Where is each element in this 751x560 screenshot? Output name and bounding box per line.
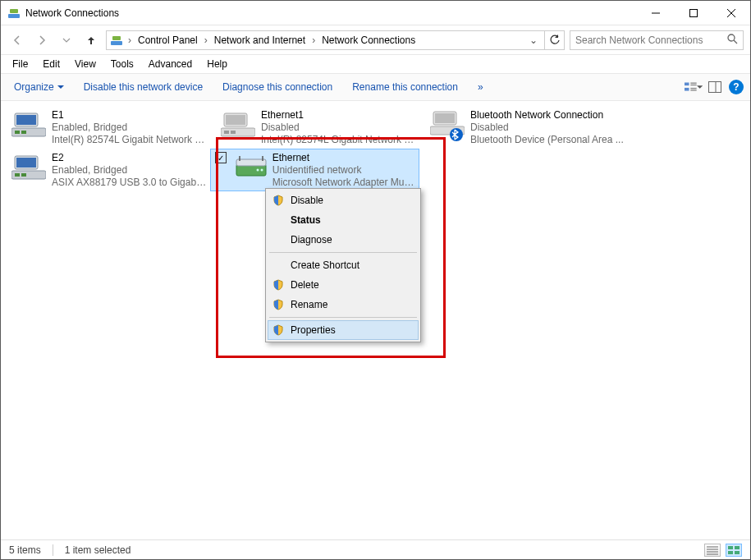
- svg-point-8: [728, 34, 735, 41]
- ctx-label: Create Shortcut: [291, 259, 359, 271]
- connection-device: ASIX AX88179 USB 3.0 to Gigabit E...: [52, 177, 207, 189]
- menu-edit[interactable]: Edit: [36, 57, 66, 71]
- svg-line-9: [734, 40, 737, 44]
- app-icon: [7, 7, 21, 20]
- svg-rect-13: [685, 88, 689, 91]
- connection-item-e1[interactable]: E1 Enabled, Bridged Intel(R) 82574L Giga…: [1, 106, 210, 149]
- svg-rect-36: [21, 173, 26, 177]
- svg-rect-26: [224, 131, 229, 134]
- svg-point-42: [256, 169, 259, 172]
- selection-count: 1 item selected: [65, 544, 131, 556]
- connection-item-ethernet1[interactable]: Ethernet1 Disabled Intel(R) 82574L Gigab…: [210, 106, 419, 149]
- connection-item-e2[interactable]: E2 Enabled, Bridged ASIX AX88179 USB 3.0…: [1, 149, 210, 191]
- content-area: E1 Enabled, Bridged Intel(R) 82574L Giga…: [1, 101, 750, 539]
- navigation-bar: › Control Panel › Network and Internet ›…: [1, 25, 750, 55]
- ctx-properties[interactable]: Properties: [268, 320, 419, 340]
- shield-icon: [271, 297, 286, 312]
- connection-item-ethernet[interactable]: ✓ Ethernet Unidentified network Microsof…: [210, 149, 419, 191]
- chevron-right-icon[interactable]: ›: [203, 34, 209, 46]
- titlebar: Network Connections: [1, 1, 750, 25]
- ctx-label: Diagnose: [291, 234, 332, 246]
- breadcrumb-item[interactable]: Control Panel: [135, 34, 201, 46]
- connection-name: Ethernet1: [261, 109, 416, 122]
- ctx-status[interactable]: Status: [268, 210, 419, 230]
- details-view-button[interactable]: [704, 544, 721, 557]
- ctx-disable[interactable]: Disable: [268, 190, 419, 210]
- ctx-diagnose[interactable]: Diagnose: [268, 230, 419, 250]
- selection-checkbox[interactable]: ✓: [215, 152, 227, 163]
- menu-file[interactable]: File: [6, 57, 34, 71]
- network-adapter-icon: [11, 108, 47, 144]
- connection-list: E1 Enabled, Bridged Intel(R) 82574L Giga…: [1, 106, 750, 191]
- breadcrumb-dropdown[interactable]: ⌄: [526, 34, 541, 46]
- search-input[interactable]: Search Network Connections: [570, 30, 744, 50]
- window-controls: [637, 1, 750, 25]
- connection-status: Enabled, Bridged: [52, 164, 207, 177]
- ctx-create-shortcut[interactable]: Create Shortcut: [268, 255, 419, 275]
- connection-name: E1: [52, 109, 207, 122]
- ctx-label: Disable: [291, 195, 323, 206]
- divider: [53, 544, 53, 556]
- breadcrumb-item[interactable]: Network Connections: [318, 34, 419, 46]
- view-options-button[interactable]: [685, 78, 703, 96]
- svg-rect-10: [685, 82, 689, 85]
- svg-rect-50: [735, 551, 740, 554]
- network-adapter-icon: [11, 150, 47, 186]
- organize-button[interactable]: Organize: [6, 78, 72, 96]
- menu-tools[interactable]: Tools: [104, 57, 140, 71]
- ctx-label: Properties: [291, 324, 336, 336]
- network-adapter-icon: [220, 108, 256, 144]
- window-title: Network Connections: [25, 7, 637, 19]
- minimize-button[interactable]: [637, 1, 675, 25]
- rename-connection-button[interactable]: Rename this connection: [344, 78, 466, 96]
- svg-rect-22: [21, 131, 26, 134]
- more-commands-button[interactable]: »: [469, 78, 492, 96]
- network-adapter-icon: [429, 108, 465, 144]
- forward-button[interactable]: [32, 30, 52, 50]
- help-icon: ?: [729, 80, 744, 94]
- recent-locations-button[interactable]: [57, 30, 76, 50]
- context-menu: Disable Status Diagnose Create Shortcut …: [265, 188, 421, 342]
- svg-rect-14: [690, 88, 696, 89]
- connection-name: Ethernet: [272, 152, 416, 164]
- connection-status: Unidentified network: [272, 164, 416, 177]
- menu-advanced[interactable]: Advanced: [142, 57, 199, 71]
- breadcrumb-item[interactable]: Network and Internet: [211, 34, 309, 46]
- svg-rect-15: [690, 90, 696, 90]
- diagnose-connection-button[interactable]: Diagnose this connection: [214, 78, 341, 96]
- connection-device: Bluetooth Device (Personal Area ...: [470, 134, 624, 146]
- menu-view[interactable]: View: [68, 57, 103, 71]
- disable-device-button[interactable]: Disable this network device: [76, 78, 211, 96]
- connection-name: Bluetooth Network Connection: [470, 109, 624, 122]
- svg-rect-47: [728, 546, 733, 549]
- svg-rect-29: [435, 113, 455, 123]
- connection-device: Intel(R) 82574L Gigabit Network C...: [52, 134, 207, 146]
- preview-pane-button[interactable]: [706, 78, 724, 96]
- ctx-rename[interactable]: Rename: [268, 295, 419, 314]
- connection-device: Microsoft Network Adapter Multi...: [272, 177, 416, 189]
- chevron-right-icon[interactable]: ›: [126, 34, 133, 46]
- refresh-button[interactable]: [545, 30, 565, 50]
- svg-rect-11: [690, 82, 696, 83]
- location-icon: [110, 34, 123, 47]
- search-placeholder: Search Network Connections: [575, 34, 727, 46]
- svg-rect-33: [16, 158, 36, 168]
- svg-rect-19: [16, 115, 36, 125]
- menu-help[interactable]: Help: [200, 57, 234, 71]
- svg-rect-0: [8, 14, 20, 18]
- up-button[interactable]: [81, 30, 101, 50]
- maximize-button[interactable]: [675, 1, 712, 25]
- breadcrumb[interactable]: › Control Panel › Network and Internet ›…: [106, 30, 545, 50]
- connection-status: Disabled: [261, 122, 416, 134]
- connection-item-bluetooth[interactable]: Bluetooth Network Connection Disabled Bl…: [419, 106, 629, 149]
- status-bar: 5 items 1 item selected: [1, 539, 750, 559]
- large-icons-view-button[interactable]: [726, 544, 742, 557]
- close-button[interactable]: [712, 1, 750, 25]
- help-button[interactable]: ?: [727, 78, 745, 96]
- back-button[interactable]: [7, 30, 27, 50]
- ctx-delete[interactable]: Delete: [268, 275, 419, 295]
- ctx-label: Status: [291, 214, 321, 226]
- svg-rect-16: [709, 82, 721, 93]
- chevron-right-icon[interactable]: ›: [310, 34, 317, 46]
- connection-device: Intel(R) 82574L Gigabit Network C...: [261, 134, 416, 146]
